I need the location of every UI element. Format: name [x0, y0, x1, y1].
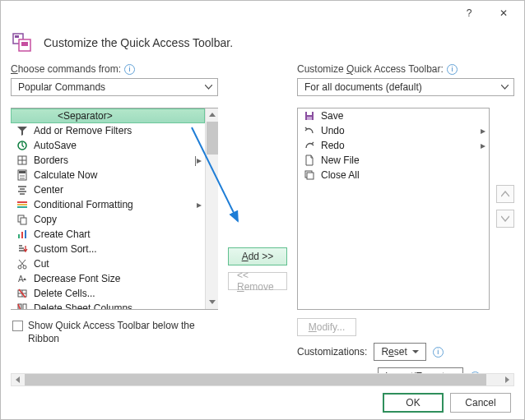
middle-column: Add >> << Remove — [228, 63, 287, 385]
list-item-label: Borders — [34, 155, 68, 166]
remove-button[interactable]: << Remove — [228, 272, 287, 290]
move-down-button[interactable] — [496, 210, 514, 228]
move-up-button[interactable] — [496, 185, 514, 203]
scrollbar-thumb[interactable] — [25, 374, 486, 385]
svg-rect-42 — [307, 117, 312, 120]
list-item[interactable]: Custom Sort... — [11, 242, 205, 256]
filter-icon — [16, 124, 29, 137]
list-item-label: Delete Sheet Columns — [34, 302, 132, 309]
list-item-label: Save — [321, 110, 343, 122]
svg-rect-24 — [21, 218, 26, 224]
chevron-down-icon — [412, 350, 419, 354]
list-item[interactable]: Borders|▸ — [11, 153, 205, 168]
modify-button[interactable]: Modify... — [297, 318, 356, 336]
list-item[interactable]: Undo▸ — [298, 123, 489, 138]
flyout-icon: ▸ — [481, 125, 486, 136]
checkbox[interactable] — [12, 321, 23, 331]
conditional-icon — [16, 198, 29, 211]
reorder-buttons — [496, 185, 514, 310]
info-icon[interactable]: i — [433, 347, 444, 358]
svg-rect-9 — [19, 171, 26, 173]
combo-value: For all documents (default) — [304, 81, 422, 93]
list-item[interactable]: Calculate Now — [11, 168, 205, 182]
close-button[interactable]: ✕ — [486, 2, 521, 25]
flyout-icon: ▸ — [481, 140, 486, 151]
list-item[interactable]: Close All — [298, 168, 489, 182]
list-item[interactable]: <Separator> — [11, 108, 205, 123]
qat-listbox[interactable]: SaveUndo▸Redo▸New FileClose All — [297, 108, 490, 310]
choose-commands-label: Choose commands from: i — [11, 63, 218, 78]
borders-icon — [16, 154, 29, 167]
scroll-left-icon[interactable] — [12, 374, 25, 385]
list-item[interactable]: New File — [298, 153, 489, 168]
closeall-icon — [303, 168, 316, 182]
help-button[interactable]: ? — [452, 2, 486, 25]
svg-text:A: A — [18, 275, 24, 284]
list-item[interactable]: Delete Cells... — [11, 286, 205, 301]
commands-listbox[interactable]: <Separator>Add or Remove FiltersAutoSave… — [11, 108, 218, 310]
undo-icon — [303, 124, 316, 137]
scroll-right-icon[interactable] — [500, 374, 513, 385]
show-below-ribbon-row[interactable]: Show Quick Access Toolbar below the Ribb… — [11, 320, 218, 345]
svg-point-15 — [23, 178, 25, 179]
svg-rect-2 — [21, 42, 28, 46]
scrollbar[interactable] — [205, 108, 218, 309]
svg-point-14 — [21, 178, 23, 179]
list-item[interactable]: Add or Remove Filters — [11, 123, 205, 138]
svg-rect-3 — [15, 35, 19, 38]
svg-rect-20 — [17, 201, 27, 203]
scroll-down-icon[interactable] — [207, 296, 218, 309]
list-item[interactable]: Center — [11, 182, 205, 197]
add-button[interactable]: Add >> — [228, 247, 287, 265]
combo-value: Popular Commands — [18, 81, 105, 93]
svg-point-10 — [20, 175, 21, 177]
customize-qat-label: Customize Quick Access Toolbar: i — [297, 63, 514, 78]
info-icon[interactable]: i — [447, 64, 458, 75]
scrollbar-thumb[interactable] — [207, 122, 218, 155]
chevron-down-icon — [501, 85, 509, 90]
horizontal-scrollbar[interactable] — [11, 373, 514, 386]
svg-point-29 — [23, 265, 26, 269]
scroll-up-icon[interactable] — [207, 108, 218, 122]
svg-point-12 — [23, 175, 25, 177]
list-item[interactable]: Delete Sheet Columns — [11, 301, 205, 309]
customizations-label: Customizations: — [297, 346, 367, 358]
list-item[interactable]: AutoSave — [11, 138, 205, 153]
reset-combo[interactable]: Reset — [374, 343, 425, 361]
cut-icon — [16, 257, 29, 270]
list-item[interactable]: Redo▸ — [298, 138, 489, 153]
none-icon — [16, 109, 30, 122]
svg-rect-38 — [23, 304, 26, 309]
list-item-label: Close All — [321, 169, 360, 181]
list-item[interactable]: Copy — [11, 212, 205, 227]
newfile-icon — [303, 154, 316, 167]
info-icon[interactable]: i — [124, 64, 135, 75]
titlebar: ? ✕ — [1, 1, 524, 25]
dialog-footer: OK Cancel — [383, 393, 511, 413]
customizations-row: Customizations: Reset i — [297, 343, 514, 361]
list-item-label: Add or Remove Filters — [34, 125, 132, 136]
chevron-down-icon — [205, 85, 212, 90]
list-item[interactable]: Save — [298, 108, 489, 123]
sort-icon — [16, 242, 29, 256]
customize-qat-combo[interactable]: For all documents (default) — [297, 78, 514, 96]
list-item[interactable]: Cut — [11, 256, 205, 271]
list-item[interactable]: Create Chart — [11, 227, 205, 242]
redo-icon — [303, 139, 316, 152]
choose-commands-combo[interactable]: Popular Commands — [11, 78, 218, 96]
qat-icon — [12, 32, 35, 53]
autosave-icon — [16, 139, 29, 152]
dialog-window: ? ✕ Customize the Quick Access Toolbar. … — [0, 0, 525, 420]
list-item-label: Undo — [321, 125, 345, 136]
dialog-content: Customize the Quick Access Toolbar. Choo… — [1, 25, 524, 419]
svg-point-11 — [21, 175, 23, 177]
cancel-button[interactable]: Cancel — [450, 393, 511, 413]
list-item[interactable]: Conditional Formatting▸ — [11, 197, 205, 212]
list-item-label: Custom Sort... — [34, 243, 97, 255]
list-item-label: Cut — [34, 258, 49, 270]
deletecells-icon — [16, 287, 29, 300]
flyout-icon: |▸ — [194, 155, 202, 166]
ok-button[interactable]: OK — [383, 393, 444, 413]
svg-rect-27 — [25, 230, 26, 238]
list-item[interactable]: ADecrease Font Size — [11, 271, 205, 286]
